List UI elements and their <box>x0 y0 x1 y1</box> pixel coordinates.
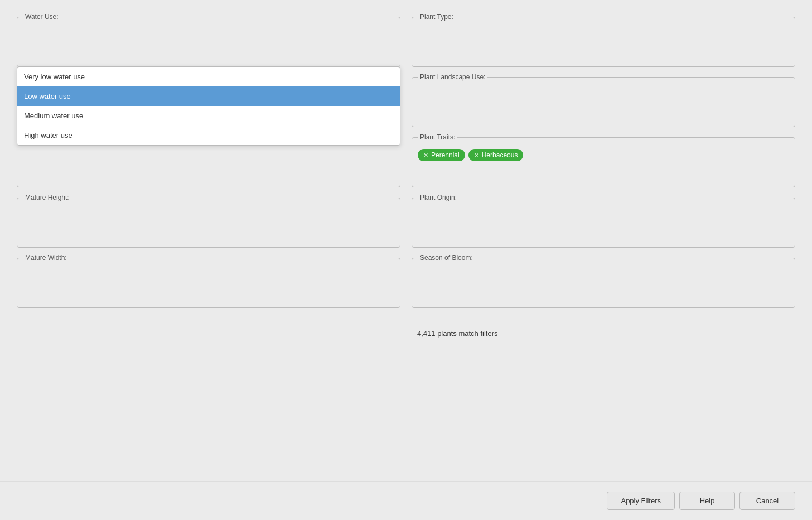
plant-landscape-use-label: Plant Landscape Use: <box>418 73 487 81</box>
plant-traits-tags: ✕ Perennial ✕ Herbaceous <box>418 149 789 161</box>
tag-perennial-remove-icon[interactable]: ✕ <box>423 152 428 159</box>
dropdown-item-low[interactable]: Low water use <box>17 86 400 106</box>
plant-traits-field: Plant Traits: ✕ Perennial ✕ Herbaceous <box>412 137 795 187</box>
water-use-dropdown: Very low water use Low water use Medium … <box>17 66 400 146</box>
match-count: 4,411 plants match filters <box>412 318 795 338</box>
plant-origin-field: Plant Origin: <box>412 198 795 248</box>
season-of-bloom-label: Season of Bloom: <box>418 254 475 262</box>
tag-perennial[interactable]: ✕ Perennial <box>418 149 465 161</box>
plant-type-field: Plant Type: <box>412 17 795 67</box>
tag-perennial-label: Perennial <box>431 151 460 159</box>
season-of-bloom-field: Season of Bloom: <box>412 258 795 308</box>
water-use-label: Water Use: <box>23 13 61 21</box>
mature-width-label: Mature Width: <box>23 254 69 262</box>
plant-landscape-use-field: Plant Landscape Use: <box>412 77 795 127</box>
help-button[interactable]: Help <box>679 492 735 510</box>
apply-filters-button[interactable]: Apply Filters <box>607 492 675 510</box>
water-use-field: Water Use: Very low water use Low water … <box>17 17 400 67</box>
tag-herbaceous[interactable]: ✕ Herbaceous <box>468 149 524 161</box>
plant-traits-label: Plant Traits: <box>418 133 457 141</box>
tag-herbaceous-label: Herbaceous <box>482 151 518 159</box>
dropdown-item-high[interactable]: High water use <box>17 126 400 145</box>
mature-height-field: Mature Height: <box>17 198 400 248</box>
footer: Apply Filters Help Cancel <box>0 481 812 520</box>
plant-origin-label: Plant Origin: <box>418 194 459 201</box>
dropdown-item-medium[interactable]: Medium water use <box>17 106 400 126</box>
mature-height-label: Mature Height: <box>23 194 71 201</box>
cancel-button[interactable]: Cancel <box>740 492 795 510</box>
mature-width-field: Mature Width: <box>17 258 400 308</box>
water-use-input[interactable] <box>23 33 394 44</box>
plant-type-label: Plant Type: <box>418 13 456 21</box>
tag-herbaceous-remove-icon[interactable]: ✕ <box>474 152 479 159</box>
dropdown-item-very-low[interactable]: Very low water use <box>17 67 400 86</box>
